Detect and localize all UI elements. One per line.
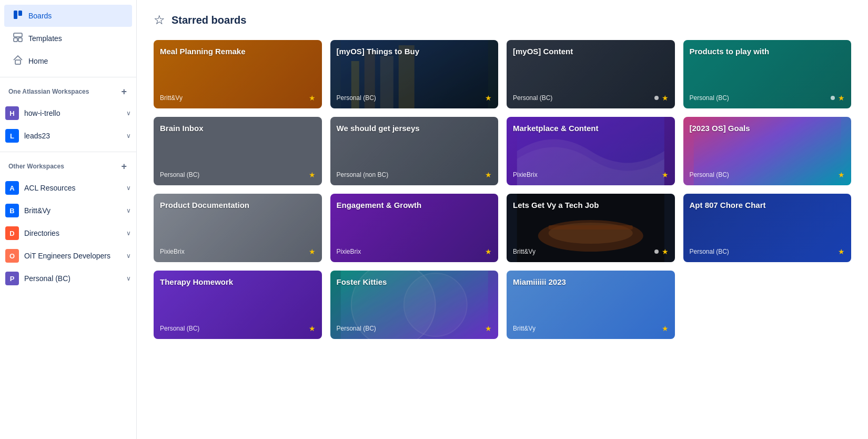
workspace-name-how-i-trello: how-i-trello: [24, 109, 121, 117]
board-footer-right-11: ★: [654, 247, 669, 256]
board-footer-right-3: ★: [654, 94, 669, 102]
board-title-11: Lets Get Vy a Tech Job: [513, 200, 669, 211]
board-footer-right-5: ★: [309, 171, 316, 179]
star-icon: ☆: [154, 13, 165, 27]
board-star-15[interactable]: ★: [662, 324, 669, 333]
board-workspace-2: Personal (BC): [337, 94, 376, 102]
card-content-9: Product DocumentationPixieBrix★: [154, 194, 322, 262]
other-workspaces-add-button[interactable]: +: [120, 161, 128, 172]
board-footer-3: Personal (BC)★: [513, 94, 669, 102]
sidebar-item-boards[interactable]: Boards: [4, 5, 132, 27]
board-star-9[interactable]: ★: [309, 247, 316, 256]
board-workspace-5: Personal (BC): [160, 171, 199, 178]
board-star-1[interactable]: ★: [309, 94, 316, 102]
card-content-2: [myOS] Things to BuyPersonal (BC)★: [330, 40, 499, 108]
page-header: ☆ Starred boards: [154, 13, 851, 27]
sidebar-item-acl-resources[interactable]: AACL Resources∨: [0, 177, 136, 199]
board-card-10[interactable]: Engagement & GrowthPixieBrix★: [330, 194, 499, 262]
card-content-15: Miamiiiiii 2023Britt&Vy★: [507, 271, 675, 339]
board-card-7[interactable]: Marketplace & ContentPixieBrix★: [507, 117, 675, 185]
visibility-toggle-4[interactable]: [831, 96, 835, 100]
board-title-4: Products to play with: [690, 46, 845, 57]
board-card-4[interactable]: Products to play withPersonal (BC)★: [683, 40, 852, 108]
board-workspace-3: Personal (BC): [513, 94, 552, 102]
board-footer-9: PixieBrix★: [160, 247, 316, 256]
board-star-3[interactable]: ★: [662, 94, 669, 102]
sidebar-nav: BoardsTemplatesHome: [0, 4, 136, 73]
board-star-12[interactable]: ★: [838, 247, 845, 256]
board-star-14[interactable]: ★: [485, 324, 492, 333]
board-workspace-15: Britt&Vy: [513, 325, 536, 332]
other-workspaces-label: Other Workspaces: [8, 163, 64, 170]
board-workspace-7: PixieBrix: [513, 171, 538, 178]
workspace-chevron-acl-resources: ∨: [126, 184, 131, 192]
board-footer-right-14: ★: [485, 324, 492, 333]
board-star-11[interactable]: ★: [662, 247, 669, 256]
sidebar-label-boards: Boards: [28, 12, 52, 20]
visibility-toggle-3[interactable]: [654, 96, 659, 100]
board-workspace-11: Britt&Vy: [513, 248, 536, 255]
sidebar-item-directories[interactable]: DDirectories∨: [0, 222, 136, 244]
board-card-1[interactable]: Meal Planning RemakeBritt&Vy★: [154, 40, 322, 108]
board-title-13: Therapy Homework: [160, 277, 316, 287]
board-footer-6: Personal (non BC)★: [337, 171, 492, 179]
svg-rect-5: [15, 60, 21, 64]
board-star-10[interactable]: ★: [485, 247, 492, 256]
other-workspaces-header-section: Other Workspaces+: [0, 156, 136, 176]
templates-icon: [13, 33, 23, 44]
board-footer-8: Personal (BC)★: [690, 171, 845, 179]
board-card-5[interactable]: Brain InboxPersonal (BC)★: [154, 117, 322, 185]
sidebar-item-how-i-trello[interactable]: Hhow-i-trello∨: [0, 102, 136, 124]
workspace-name-personal-bc: Personal (BC): [24, 274, 121, 283]
board-card-12[interactable]: Apt 807 Chore ChartPersonal (BC)★: [683, 194, 852, 262]
board-star-4[interactable]: ★: [838, 94, 845, 102]
workspace-chevron-directories: ∨: [126, 230, 131, 237]
card-content-10: Engagement & GrowthPixieBrix★: [330, 194, 499, 262]
board-footer-2: Personal (BC)★: [337, 94, 492, 102]
board-title-2: [myOS] Things to Buy: [337, 46, 492, 57]
sidebar-item-home[interactable]: Home: [4, 50, 132, 72]
workspace-name-acl-resources: ACL Resources: [24, 184, 121, 192]
board-title-1: Meal Planning Remake: [160, 46, 316, 57]
page-title: Starred boards: [171, 14, 246, 26]
board-footer-13: Personal (BC)★: [160, 324, 316, 333]
board-card-2[interactable]: [myOS] Things to BuyPersonal (BC)★: [330, 40, 499, 108]
board-star-6[interactable]: ★: [485, 171, 492, 179]
workspace-chevron-leads23: ∨: [126, 132, 131, 139]
sidebar-item-oit-engineers[interactable]: OOiT Engineers Developers∨: [0, 245, 136, 267]
board-star-8[interactable]: ★: [838, 171, 845, 179]
board-workspace-4: Personal (BC): [690, 94, 729, 102]
sidebar-item-templates[interactable]: Templates: [4, 27, 132, 49]
workspace-chevron-britt-vy: ∨: [126, 207, 131, 214]
board-card-6[interactable]: We should get jerseysPersonal (non BC)★: [330, 117, 499, 185]
board-star-5[interactable]: ★: [309, 171, 316, 179]
board-footer-right-4: ★: [831, 94, 845, 102]
one-atlassian-add-button[interactable]: +: [120, 86, 128, 97]
board-star-13[interactable]: ★: [309, 324, 316, 333]
board-title-14: Foster Kitties: [337, 277, 492, 287]
board-card-9[interactable]: Product DocumentationPixieBrix★: [154, 194, 322, 262]
board-card-11[interactable]: Lets Get Vy a Tech JobBritt&Vy★: [507, 194, 675, 262]
sidebar-item-leads23[interactable]: Lleads23∨: [0, 125, 136, 147]
board-title-12: Apt 807 Chore Chart: [690, 200, 845, 211]
workspace-avatar-personal-bc: P: [5, 272, 19, 285]
board-card-14[interactable]: Foster KittiesPersonal (BC)★: [330, 271, 499, 339]
board-card-8[interactable]: [2023 OS] GoalsPersonal (BC)★: [683, 117, 852, 185]
board-star-2[interactable]: ★: [485, 94, 492, 102]
sidebar-item-personal-bc[interactable]: PPersonal (BC)∨: [0, 267, 136, 290]
board-star-7[interactable]: ★: [662, 171, 669, 179]
board-card-13[interactable]: Therapy HomeworkPersonal (BC)★: [154, 271, 322, 339]
board-workspace-9: PixieBrix: [160, 248, 185, 255]
board-card-3[interactable]: [myOS] ContentPersonal (BC)★: [507, 40, 675, 108]
sidebar-item-britt-vy[interactable]: BBritt&Vy∨: [0, 199, 136, 222]
board-footer-7: PixieBrix★: [513, 171, 669, 179]
boards-grid: Meal Planning RemakeBritt&Vy★[myOS] Thin…: [154, 40, 851, 339]
home-icon: [13, 55, 23, 67]
card-content-13: Therapy HomeworkPersonal (BC)★: [154, 271, 322, 339]
svg-rect-1: [18, 11, 22, 16]
card-content-4: Products to play withPersonal (BC)★: [683, 40, 852, 108]
board-footer-right-12: ★: [838, 247, 845, 256]
visibility-toggle-11[interactable]: [654, 250, 659, 254]
board-card-15[interactable]: Miamiiiiii 2023Britt&Vy★: [507, 271, 675, 339]
board-footer-5: Personal (BC)★: [160, 171, 316, 179]
